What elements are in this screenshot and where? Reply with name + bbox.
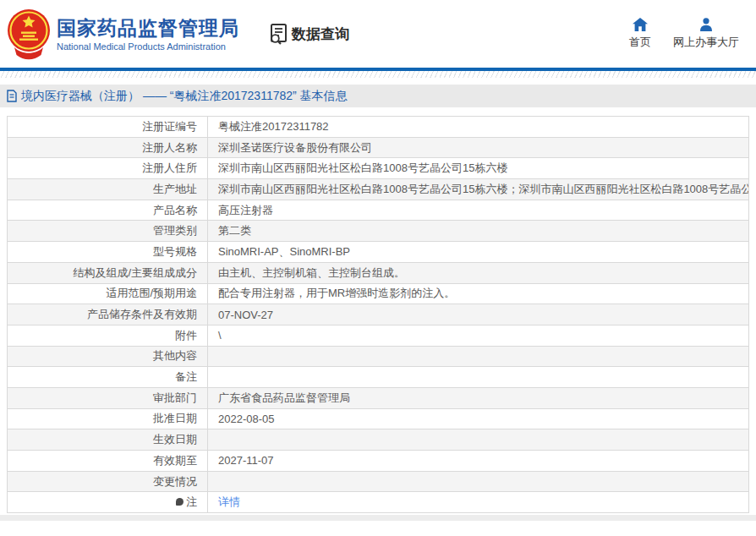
nav-service-hall-label: 网上办事大厅 [673,35,739,50]
table-row: 注册人名称 深圳圣诺医疗设备股份有限公司 [8,137,749,158]
row-label: 批准日期 [153,412,197,424]
table-row: 批准日期 2022-08-05 [8,408,749,429]
row-value: 2022-08-05 [208,408,749,429]
row-value: 高压注射器 [208,200,749,221]
table-row: 备注 [8,367,749,388]
row-label: 产品名称 [153,204,197,216]
row-value: 2027-11-07 [208,451,749,472]
document-icon [7,90,17,102]
table-row: 注册证编号 粤械注准20172311782 [8,117,749,138]
info-table-body: 注册证编号 粤械注准20172311782 注册人名称 深圳圣诺医疗设备股份有限… [8,117,749,513]
table-row: 注 详情 [8,492,749,513]
person-icon [698,18,714,31]
data-query-label: 数据查询 [292,25,349,44]
row-label: 管理类别 [153,224,197,237]
row-value: \ [208,325,749,346]
doc-search-icon [268,23,288,45]
table-row: 变更情况 [8,471,749,492]
table-row: 附件 \ [8,325,749,346]
info-table: 注册证编号 粤械注准20172311782 注册人名称 深圳圣诺医疗设备股份有限… [7,116,749,513]
table-row: 有效期至 2027-11-07 [8,451,749,472]
breadcrumb: 境内医疗器械（注册） —— “粤械注准20172311782” 基本信息 [0,85,756,107]
row-value: 第二类 [208,221,749,242]
row-value: 广东省食品药品监督管理局 [208,387,749,408]
table-row: 注册人住所 深圳市南山区西丽阳光社区松白路1008号艺晶公司15栋六楼 [8,158,749,179]
table-row: 管理类别 第二类 [8,221,749,242]
row-value: 由主机、主控制机箱、主控制台组成。 [208,262,749,283]
brand-text: 国家药品监督管理局 National Medical Products Admi… [57,16,239,52]
table-row: 适用范围/预期用途 配合专用注射器，用于MR增强时造影剂的注入。 [8,283,749,304]
site-header: 国家药品监督管理局 National Medical Products Admi… [0,0,756,68]
brand-logo-link[interactable]: 国家药品监督管理局 National Medical Products Admi… [7,7,239,61]
row-label: 注册人名称 [142,141,197,154]
row-label: 生效日期 [153,433,197,446]
breadcrumb-text: 境内医疗器械（注册） —— “粤械注准20172311782” 基本信息 [21,89,348,104]
table-row: 生产地址 深圳市南山区西丽阳光社区松白路1008号艺晶公司15栋六楼；深圳市南山… [8,179,749,200]
table-row: 其他内容 [8,346,749,367]
row-value [208,367,749,388]
row-value: 粤械注准20172311782 [208,117,749,138]
row-value: 详情 [208,492,749,513]
note-bulb-icon [176,498,184,506]
row-label: 适用范围/预期用途 [106,287,197,299]
row-value: 深圳市南山区西丽阳光社区松白路1008号艺晶公司15栋六楼 [208,158,749,179]
row-label: 结构及组成/主要组成成分 [73,266,197,279]
table-row: 生效日期 [8,429,749,451]
row-value: 深圳圣诺医疗设备股份有限公司 [208,137,749,158]
table-row: 审批部门 广东省食品药品监督管理局 [8,387,749,408]
header-nav: 首页 网上办事大厅 [629,18,739,50]
row-value: SinoMRI-AP、SinoMRI-BP [208,242,749,263]
row-label: 审批部门 [153,391,197,404]
row-value [208,429,749,451]
row-value: 深圳市南山区西丽阳光社区松白路1008号艺晶公司15栋六楼；深圳市南山区西丽阳光… [208,179,749,200]
data-query-section[interactable]: 数据查询 [268,23,349,45]
row-label: 备注 [175,370,197,383]
brand-title: 国家药品监督管理局 [57,16,239,41]
row-label: 变更情况 [153,475,197,488]
row-label: 附件 [175,329,197,342]
table-row: 型号规格 SinoMRI-AP、SinoMRI-BP [8,242,749,263]
row-label: 产品储存条件及有效期 [87,308,197,320]
row-value: 07-NOV-27 [208,304,749,325]
row-label: 生产地址 [153,183,197,195]
table-row: 产品名称 高压注射器 [8,200,749,221]
national-emblem-logo [7,7,51,61]
detail-link[interactable]: 详情 [218,495,240,508]
home-icon [633,18,648,31]
row-value [208,471,749,492]
nav-home[interactable]: 首页 [629,18,651,50]
page-bottom-strip [0,515,756,521]
row-value: 配合专用注射器，用于MR增强时造影剂的注入。 [208,283,749,304]
row-label: 有效期至 [153,454,197,467]
nav-home-label: 首页 [629,35,651,50]
diagonal-stripe-band [0,71,756,78]
nav-service-hall[interactable]: 网上办事大厅 [673,18,739,50]
table-row: 产品储存条件及有效期 07-NOV-27 [8,304,749,325]
table-row: 结构及组成/主要组成成分 由主机、主控制机箱、主控制台组成。 [8,262,749,283]
row-label: 型号规格 [153,245,197,258]
row-label: 其他内容 [153,349,197,362]
row-label: 注 [176,495,197,508]
brand-subtitle: National Medical Products Administration [57,41,239,52]
row-label: 注册证编号 [142,120,197,133]
row-label: 注册人住所 [142,161,197,174]
row-value [208,346,749,367]
